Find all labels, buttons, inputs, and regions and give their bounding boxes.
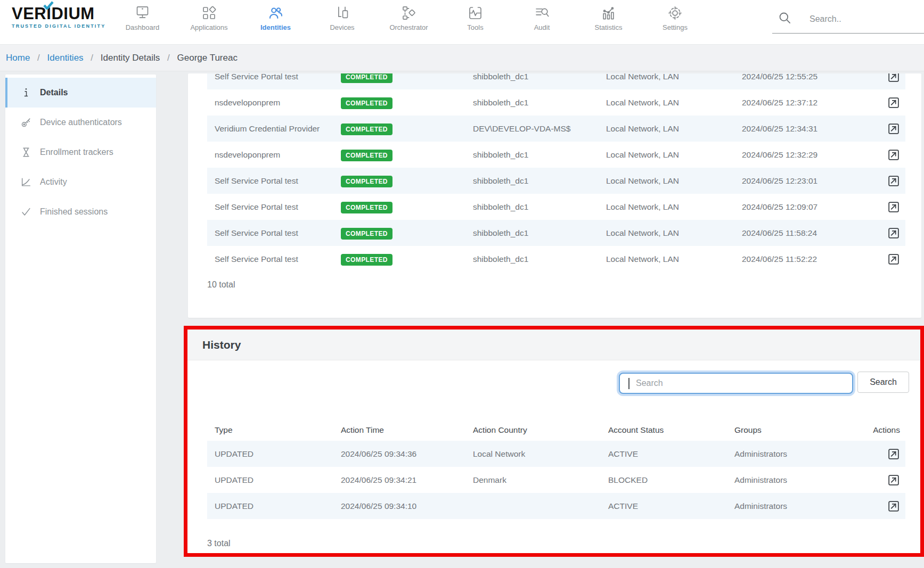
veridium-admin-screen: VERIDIUM TRUSTED DIGITAL IDENTITY Dashbo… xyxy=(0,0,924,568)
status-badge: COMPLETED xyxy=(341,176,393,187)
session-time: 2024/06/25 11:52:22 xyxy=(742,246,817,272)
breadcrumb: Home / Identities / Identity Details / G… xyxy=(6,45,238,71)
history-search-button[interactable]: Search xyxy=(857,372,909,393)
col-groups: Groups xyxy=(734,419,762,441)
history-groups: Administrators xyxy=(734,467,787,493)
session-time: 2024/06/25 11:58:24 xyxy=(742,220,817,246)
nav-item-identities[interactable]: Identities xyxy=(242,0,309,44)
session-app: nsdeveloponprem xyxy=(215,89,280,116)
session-network: Local Network, LAN xyxy=(606,89,679,116)
session-app: Self Service Portal test xyxy=(215,220,298,246)
nav-item-audit[interactable]: Audit xyxy=(509,0,575,44)
nav-item-tools[interactable]: Tools xyxy=(442,0,509,44)
open-session-icon[interactable] xyxy=(887,96,900,109)
history-country: Local Network xyxy=(473,441,525,467)
session-row: Self Service Portal test COMPLETED shibb… xyxy=(207,73,905,89)
history-total-count: 3 total xyxy=(207,539,231,548)
session-time: 2024/06/25 12:34:31 xyxy=(742,116,817,142)
checkmark-icon xyxy=(20,206,32,218)
sidebar-item-activity[interactable]: Activity xyxy=(5,167,156,197)
session-row: Self Service Portal test COMPLETED shibb… xyxy=(207,194,905,220)
breadcrumb-bar: Home / Identities / Identity Details / G… xyxy=(0,45,924,71)
history-row: UPDATED 2024/06/25 09:34:21 Denmark BLOC… xyxy=(207,467,905,493)
session-app: Veridium Credential Provider xyxy=(215,116,320,142)
history-search-input[interactable]: Search xyxy=(619,373,853,394)
annotation-highlight-history: History Search Search Type Action Time A… xyxy=(184,326,924,557)
session-app: Self Service Portal test xyxy=(215,73,298,89)
history-search-placeholder: Search xyxy=(636,374,663,393)
finished-sessions-card: Self Service Portal test COMPLETED shibb… xyxy=(188,73,921,318)
open-session-icon[interactable] xyxy=(887,200,900,213)
session-app: nsdeveloponprem xyxy=(215,142,280,168)
history-row: UPDATED 2024/06/25 09:34:10 ACTIVE Admin… xyxy=(207,493,905,519)
nav-item-dashboard[interactable]: Dashboard xyxy=(109,0,176,44)
history-status: ACTIVE xyxy=(608,441,638,467)
breadcrumb-identities[interactable]: Identities xyxy=(47,53,84,63)
status-badge: COMPLETED xyxy=(341,97,393,109)
status-badge: COMPLETED xyxy=(341,202,393,213)
session-row: Veridium Credential Provider COMPLETED D… xyxy=(207,116,905,142)
veridium-logo[interactable]: VERIDIUM TRUSTED DIGITAL IDENTITY xyxy=(12,5,105,29)
session-app: Self Service Portal test xyxy=(215,246,298,272)
logo-check-icon xyxy=(43,1,54,10)
applications-icon xyxy=(201,5,217,21)
open-session-icon[interactable] xyxy=(887,226,900,240)
sidebar-item-finished-sessions[interactable]: Finished sessions xyxy=(5,197,156,227)
session-app: Self Service Portal test xyxy=(215,194,298,220)
history-type: UPDATED xyxy=(215,493,254,519)
open-history-icon[interactable] xyxy=(887,499,900,513)
session-account: shibboleth_dc1 xyxy=(473,168,528,194)
open-session-icon[interactable] xyxy=(887,73,900,83)
devices-icon xyxy=(334,5,350,21)
history-country: Denmark xyxy=(473,467,506,493)
history-header: History xyxy=(187,330,920,360)
logo-wordmark: VERIDIUM xyxy=(12,5,105,22)
sidebar-item-enrollment-trackers[interactable]: Enrollment trackers xyxy=(5,137,156,167)
open-session-icon[interactable] xyxy=(887,148,900,161)
session-row: nsdeveloponprem COMPLETED shibboleth_dc1… xyxy=(207,142,905,168)
nav-item-applications[interactable]: Applications xyxy=(176,0,242,44)
open-session-icon[interactable] xyxy=(887,174,900,187)
history-groups: Administrators xyxy=(734,493,787,519)
nav-item-settings[interactable]: Settings xyxy=(642,0,708,44)
main-navigation: Dashboard Applications Identities Device… xyxy=(109,0,708,44)
breadcrumb-identity-details: Identity Details xyxy=(101,53,160,63)
session-account: shibboleth_dc1 xyxy=(473,220,528,246)
history-status: BLOCKED xyxy=(608,467,648,493)
session-network: Local Network, LAN xyxy=(606,168,679,194)
session-row: Self Service Portal test COMPLETED shibb… xyxy=(207,246,905,272)
history-groups: Administrators xyxy=(734,441,787,467)
open-history-icon[interactable] xyxy=(887,473,900,487)
session-account: shibboleth_dc1 xyxy=(473,142,528,168)
sidebar-item-details[interactable]: Details xyxy=(5,78,156,108)
breadcrumb-home[interactable]: Home xyxy=(6,53,30,63)
session-row: Self Service Portal test COMPLETED shibb… xyxy=(207,220,905,246)
nav-item-devices[interactable]: Devices xyxy=(309,0,375,44)
open-history-icon[interactable] xyxy=(887,447,900,460)
dashboard-icon xyxy=(134,5,151,21)
nav-item-statistics[interactable]: Statistics xyxy=(575,0,642,44)
session-account: DEV\DEVELOP-VDA-MS$ xyxy=(473,116,570,142)
open-session-icon[interactable] xyxy=(887,252,900,266)
col-action-country: Action Country xyxy=(473,419,527,441)
sessions-table: Self Service Portal test COMPLETED shibb… xyxy=(207,73,905,272)
col-type: Type xyxy=(215,419,233,441)
status-badge: COMPLETED xyxy=(341,150,393,161)
global-search-input[interactable] xyxy=(772,9,924,34)
chart-line-icon xyxy=(20,176,32,188)
session-network: Local Network, LAN xyxy=(606,73,679,89)
session-account: shibboleth_dc1 xyxy=(473,194,528,220)
history-time: 2024/06/25 09:34:21 xyxy=(341,467,416,493)
audit-icon xyxy=(534,5,550,21)
open-session-icon[interactable] xyxy=(887,122,900,135)
session-time: 2024/06/25 12:23:01 xyxy=(742,168,817,194)
nav-item-orchestrator[interactable]: Orchestrator xyxy=(375,0,442,44)
session-account: shibboleth_dc1 xyxy=(473,246,528,272)
status-badge: COMPLETED xyxy=(341,124,393,135)
session-network: Local Network, LAN xyxy=(606,116,679,142)
sidebar-item-device-authenticators[interactable]: Device authenticators xyxy=(5,108,156,137)
session-account: shibboleth_dc1 xyxy=(473,89,528,116)
sessions-total-count: 10 total xyxy=(207,280,235,290)
session-time: 2024/06/25 12:32:29 xyxy=(742,142,817,168)
history-title: History xyxy=(202,330,241,360)
